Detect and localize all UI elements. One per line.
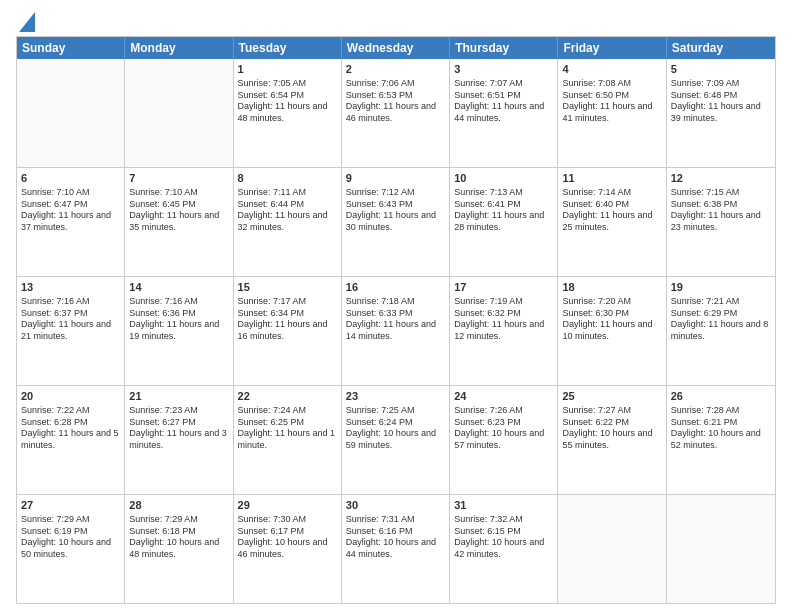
cell-info: Sunrise: 7:29 AMSunset: 6:19 PMDaylight:… xyxy=(21,514,120,561)
day-number: 25 xyxy=(562,389,661,404)
cell-info: Sunrise: 7:07 AMSunset: 6:51 PMDaylight:… xyxy=(454,78,553,125)
calendar-body: 1Sunrise: 7:05 AMSunset: 6:54 PMDaylight… xyxy=(17,59,775,603)
calendar-cell: 27Sunrise: 7:29 AMSunset: 6:19 PMDayligh… xyxy=(17,495,125,603)
calendar-cell: 6Sunrise: 7:10 AMSunset: 6:47 PMDaylight… xyxy=(17,168,125,276)
calendar-cell: 12Sunrise: 7:15 AMSunset: 6:38 PMDayligh… xyxy=(667,168,775,276)
cell-info: Sunrise: 7:05 AMSunset: 6:54 PMDaylight:… xyxy=(238,78,337,125)
day-number: 1 xyxy=(238,62,337,77)
day-number: 28 xyxy=(129,498,228,513)
calendar: SundayMondayTuesdayWednesdayThursdayFrid… xyxy=(16,36,776,604)
cell-info: Sunrise: 7:28 AMSunset: 6:21 PMDaylight:… xyxy=(671,405,771,452)
cell-info: Sunrise: 7:10 AMSunset: 6:45 PMDaylight:… xyxy=(129,187,228,234)
day-number: 11 xyxy=(562,171,661,186)
day-number: 15 xyxy=(238,280,337,295)
cell-info: Sunrise: 7:23 AMSunset: 6:27 PMDaylight:… xyxy=(129,405,228,452)
calendar-cell: 25Sunrise: 7:27 AMSunset: 6:22 PMDayligh… xyxy=(558,386,666,494)
calendar-cell: 30Sunrise: 7:31 AMSunset: 6:16 PMDayligh… xyxy=(342,495,450,603)
calendar-cell: 5Sunrise: 7:09 AMSunset: 6:48 PMDaylight… xyxy=(667,59,775,167)
calendar-cell xyxy=(558,495,666,603)
day-number: 10 xyxy=(454,171,553,186)
day-number: 4 xyxy=(562,62,661,77)
cell-info: Sunrise: 7:26 AMSunset: 6:23 PMDaylight:… xyxy=(454,405,553,452)
cell-info: Sunrise: 7:16 AMSunset: 6:36 PMDaylight:… xyxy=(129,296,228,343)
calendar-week-row: 20Sunrise: 7:22 AMSunset: 6:28 PMDayligh… xyxy=(17,385,775,494)
calendar-cell xyxy=(125,59,233,167)
calendar-week-row: 1Sunrise: 7:05 AMSunset: 6:54 PMDaylight… xyxy=(17,59,775,167)
calendar-cell xyxy=(17,59,125,167)
cell-info: Sunrise: 7:27 AMSunset: 6:22 PMDaylight:… xyxy=(562,405,661,452)
day-of-week-header: Monday xyxy=(125,37,233,59)
logo xyxy=(16,12,35,32)
day-number: 19 xyxy=(671,280,771,295)
day-number: 21 xyxy=(129,389,228,404)
cell-info: Sunrise: 7:08 AMSunset: 6:50 PMDaylight:… xyxy=(562,78,661,125)
cell-info: Sunrise: 7:18 AMSunset: 6:33 PMDaylight:… xyxy=(346,296,445,343)
calendar-cell: 26Sunrise: 7:28 AMSunset: 6:21 PMDayligh… xyxy=(667,386,775,494)
calendar-cell: 29Sunrise: 7:30 AMSunset: 6:17 PMDayligh… xyxy=(234,495,342,603)
calendar-cell: 9Sunrise: 7:12 AMSunset: 6:43 PMDaylight… xyxy=(342,168,450,276)
day-number: 22 xyxy=(238,389,337,404)
calendar-cell: 31Sunrise: 7:32 AMSunset: 6:15 PMDayligh… xyxy=(450,495,558,603)
calendar-cell: 23Sunrise: 7:25 AMSunset: 6:24 PMDayligh… xyxy=(342,386,450,494)
cell-info: Sunrise: 7:15 AMSunset: 6:38 PMDaylight:… xyxy=(671,187,771,234)
cell-info: Sunrise: 7:21 AMSunset: 6:29 PMDaylight:… xyxy=(671,296,771,343)
day-number: 2 xyxy=(346,62,445,77)
day-number: 5 xyxy=(671,62,771,77)
cell-info: Sunrise: 7:14 AMSunset: 6:40 PMDaylight:… xyxy=(562,187,661,234)
cell-info: Sunrise: 7:09 AMSunset: 6:48 PMDaylight:… xyxy=(671,78,771,125)
calendar-cell xyxy=(667,495,775,603)
cell-info: Sunrise: 7:10 AMSunset: 6:47 PMDaylight:… xyxy=(21,187,120,234)
cell-info: Sunrise: 7:24 AMSunset: 6:25 PMDaylight:… xyxy=(238,405,337,452)
day-number: 20 xyxy=(21,389,120,404)
calendar-week-row: 6Sunrise: 7:10 AMSunset: 6:47 PMDaylight… xyxy=(17,167,775,276)
logo-triangle-icon xyxy=(19,12,35,32)
cell-info: Sunrise: 7:25 AMSunset: 6:24 PMDaylight:… xyxy=(346,405,445,452)
calendar-cell: 22Sunrise: 7:24 AMSunset: 6:25 PMDayligh… xyxy=(234,386,342,494)
calendar-cell: 2Sunrise: 7:06 AMSunset: 6:53 PMDaylight… xyxy=(342,59,450,167)
cell-info: Sunrise: 7:22 AMSunset: 6:28 PMDaylight:… xyxy=(21,405,120,452)
calendar-cell: 3Sunrise: 7:07 AMSunset: 6:51 PMDaylight… xyxy=(450,59,558,167)
calendar-cell: 14Sunrise: 7:16 AMSunset: 6:36 PMDayligh… xyxy=(125,277,233,385)
cell-info: Sunrise: 7:30 AMSunset: 6:17 PMDaylight:… xyxy=(238,514,337,561)
day-number: 27 xyxy=(21,498,120,513)
day-number: 7 xyxy=(129,171,228,186)
day-number: 17 xyxy=(454,280,553,295)
day-of-week-header: Saturday xyxy=(667,37,775,59)
day-of-week-header: Wednesday xyxy=(342,37,450,59)
calendar-cell: 4Sunrise: 7:08 AMSunset: 6:50 PMDaylight… xyxy=(558,59,666,167)
calendar-cell: 11Sunrise: 7:14 AMSunset: 6:40 PMDayligh… xyxy=(558,168,666,276)
calendar-cell: 7Sunrise: 7:10 AMSunset: 6:45 PMDaylight… xyxy=(125,168,233,276)
cell-info: Sunrise: 7:32 AMSunset: 6:15 PMDaylight:… xyxy=(454,514,553,561)
calendar-week-row: 13Sunrise: 7:16 AMSunset: 6:37 PMDayligh… xyxy=(17,276,775,385)
calendar-cell: 17Sunrise: 7:19 AMSunset: 6:32 PMDayligh… xyxy=(450,277,558,385)
header xyxy=(16,12,776,32)
day-of-week-header: Thursday xyxy=(450,37,558,59)
day-number: 6 xyxy=(21,171,120,186)
day-number: 13 xyxy=(21,280,120,295)
day-number: 26 xyxy=(671,389,771,404)
cell-info: Sunrise: 7:11 AMSunset: 6:44 PMDaylight:… xyxy=(238,187,337,234)
cell-info: Sunrise: 7:17 AMSunset: 6:34 PMDaylight:… xyxy=(238,296,337,343)
cell-info: Sunrise: 7:12 AMSunset: 6:43 PMDaylight:… xyxy=(346,187,445,234)
cell-info: Sunrise: 7:20 AMSunset: 6:30 PMDaylight:… xyxy=(562,296,661,343)
cell-info: Sunrise: 7:06 AMSunset: 6:53 PMDaylight:… xyxy=(346,78,445,125)
day-number: 29 xyxy=(238,498,337,513)
cell-info: Sunrise: 7:31 AMSunset: 6:16 PMDaylight:… xyxy=(346,514,445,561)
calendar-cell: 21Sunrise: 7:23 AMSunset: 6:27 PMDayligh… xyxy=(125,386,233,494)
cell-info: Sunrise: 7:16 AMSunset: 6:37 PMDaylight:… xyxy=(21,296,120,343)
day-number: 9 xyxy=(346,171,445,186)
calendar-header: SundayMondayTuesdayWednesdayThursdayFrid… xyxy=(17,37,775,59)
calendar-cell: 18Sunrise: 7:20 AMSunset: 6:30 PMDayligh… xyxy=(558,277,666,385)
calendar-cell: 16Sunrise: 7:18 AMSunset: 6:33 PMDayligh… xyxy=(342,277,450,385)
day-number: 23 xyxy=(346,389,445,404)
page: SundayMondayTuesdayWednesdayThursdayFrid… xyxy=(0,0,792,612)
calendar-cell: 20Sunrise: 7:22 AMSunset: 6:28 PMDayligh… xyxy=(17,386,125,494)
calendar-cell: 1Sunrise: 7:05 AMSunset: 6:54 PMDaylight… xyxy=(234,59,342,167)
day-number: 3 xyxy=(454,62,553,77)
calendar-cell: 28Sunrise: 7:29 AMSunset: 6:18 PMDayligh… xyxy=(125,495,233,603)
day-of-week-header: Sunday xyxy=(17,37,125,59)
calendar-cell: 19Sunrise: 7:21 AMSunset: 6:29 PMDayligh… xyxy=(667,277,775,385)
calendar-week-row: 27Sunrise: 7:29 AMSunset: 6:19 PMDayligh… xyxy=(17,494,775,603)
day-of-week-header: Tuesday xyxy=(234,37,342,59)
day-number: 18 xyxy=(562,280,661,295)
